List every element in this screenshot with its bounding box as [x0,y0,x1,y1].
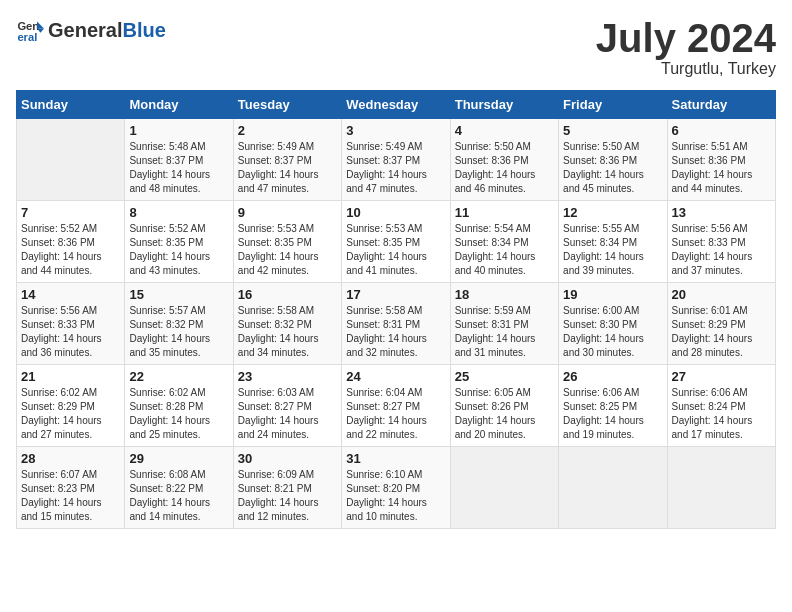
calendar-cell: 15Sunrise: 5:57 AM Sunset: 8:32 PM Dayli… [125,283,233,365]
calendar-table: SundayMondayTuesdayWednesdayThursdayFrid… [16,90,776,529]
day-info: Sunrise: 5:54 AM Sunset: 8:34 PM Dayligh… [455,222,554,278]
logo-blue: Blue [122,19,165,41]
calendar-week-5: 28Sunrise: 6:07 AM Sunset: 8:23 PM Dayli… [17,447,776,529]
day-number: 14 [21,287,120,302]
day-number: 5 [563,123,662,138]
day-info: Sunrise: 6:01 AM Sunset: 8:29 PM Dayligh… [672,304,771,360]
day-number: 22 [129,369,228,384]
calendar-cell: 4Sunrise: 5:50 AM Sunset: 8:36 PM Daylig… [450,119,558,201]
day-number: 16 [238,287,337,302]
day-info: Sunrise: 6:06 AM Sunset: 8:24 PM Dayligh… [672,386,771,442]
calendar-cell: 11Sunrise: 5:54 AM Sunset: 8:34 PM Dayli… [450,201,558,283]
calendar-cell: 23Sunrise: 6:03 AM Sunset: 8:27 PM Dayli… [233,365,341,447]
day-info: Sunrise: 6:04 AM Sunset: 8:27 PM Dayligh… [346,386,445,442]
calendar-cell [450,447,558,529]
day-info: Sunrise: 6:10 AM Sunset: 8:20 PM Dayligh… [346,468,445,524]
logo-text: GeneralBlue [48,19,166,42]
day-number: 23 [238,369,337,384]
column-header-thursday: Thursday [450,91,558,119]
day-info: Sunrise: 5:58 AM Sunset: 8:32 PM Dayligh… [238,304,337,360]
day-info: Sunrise: 6:02 AM Sunset: 8:28 PM Dayligh… [129,386,228,442]
day-info: Sunrise: 6:09 AM Sunset: 8:21 PM Dayligh… [238,468,337,524]
calendar-cell: 29Sunrise: 6:08 AM Sunset: 8:22 PM Dayli… [125,447,233,529]
calendar-cell: 31Sunrise: 6:10 AM Sunset: 8:20 PM Dayli… [342,447,450,529]
column-header-saturday: Saturday [667,91,775,119]
calendar-cell: 10Sunrise: 5:53 AM Sunset: 8:35 PM Dayli… [342,201,450,283]
calendar-cell: 7Sunrise: 5:52 AM Sunset: 8:36 PM Daylig… [17,201,125,283]
calendar-cell [17,119,125,201]
day-info: Sunrise: 6:02 AM Sunset: 8:29 PM Dayligh… [21,386,120,442]
day-info: Sunrise: 5:57 AM Sunset: 8:32 PM Dayligh… [129,304,228,360]
day-info: Sunrise: 5:55 AM Sunset: 8:34 PM Dayligh… [563,222,662,278]
day-info: Sunrise: 5:48 AM Sunset: 8:37 PM Dayligh… [129,140,228,196]
day-info: Sunrise: 5:53 AM Sunset: 8:35 PM Dayligh… [346,222,445,278]
day-info: Sunrise: 5:53 AM Sunset: 8:35 PM Dayligh… [238,222,337,278]
day-number: 31 [346,451,445,466]
day-info: Sunrise: 6:06 AM Sunset: 8:25 PM Dayligh… [563,386,662,442]
calendar-cell [667,447,775,529]
column-header-monday: Monday [125,91,233,119]
day-number: 20 [672,287,771,302]
day-number: 21 [21,369,120,384]
calendar-cell: 12Sunrise: 5:55 AM Sunset: 8:34 PM Dayli… [559,201,667,283]
day-info: Sunrise: 6:00 AM Sunset: 8:30 PM Dayligh… [563,304,662,360]
calendar-header-row: SundayMondayTuesdayWednesdayThursdayFrid… [17,91,776,119]
calendar-cell: 25Sunrise: 6:05 AM Sunset: 8:26 PM Dayli… [450,365,558,447]
calendar-cell: 24Sunrise: 6:04 AM Sunset: 8:27 PM Dayli… [342,365,450,447]
calendar-cell: 26Sunrise: 6:06 AM Sunset: 8:25 PM Dayli… [559,365,667,447]
day-info: Sunrise: 5:56 AM Sunset: 8:33 PM Dayligh… [21,304,120,360]
calendar-cell: 17Sunrise: 5:58 AM Sunset: 8:31 PM Dayli… [342,283,450,365]
day-info: Sunrise: 5:50 AM Sunset: 8:36 PM Dayligh… [563,140,662,196]
day-info: Sunrise: 6:03 AM Sunset: 8:27 PM Dayligh… [238,386,337,442]
calendar-cell: 3Sunrise: 5:49 AM Sunset: 8:37 PM Daylig… [342,119,450,201]
day-number: 12 [563,205,662,220]
column-header-friday: Friday [559,91,667,119]
calendar-cell: 22Sunrise: 6:02 AM Sunset: 8:28 PM Dayli… [125,365,233,447]
title-area: July 2024 Turgutlu, Turkey [596,16,776,78]
day-number: 7 [21,205,120,220]
calendar-cell: 9Sunrise: 5:53 AM Sunset: 8:35 PM Daylig… [233,201,341,283]
logo-general: General [48,19,122,41]
day-number: 19 [563,287,662,302]
day-info: Sunrise: 5:52 AM Sunset: 8:35 PM Dayligh… [129,222,228,278]
day-number: 8 [129,205,228,220]
day-number: 17 [346,287,445,302]
day-number: 15 [129,287,228,302]
day-info: Sunrise: 5:50 AM Sunset: 8:36 PM Dayligh… [455,140,554,196]
day-info: Sunrise: 5:58 AM Sunset: 8:31 PM Dayligh… [346,304,445,360]
day-info: Sunrise: 5:52 AM Sunset: 8:36 PM Dayligh… [21,222,120,278]
day-number: 25 [455,369,554,384]
calendar-cell: 27Sunrise: 6:06 AM Sunset: 8:24 PM Dayli… [667,365,775,447]
day-info: Sunrise: 6:08 AM Sunset: 8:22 PM Dayligh… [129,468,228,524]
column-header-tuesday: Tuesday [233,91,341,119]
calendar-cell: 20Sunrise: 6:01 AM Sunset: 8:29 PM Dayli… [667,283,775,365]
day-number: 29 [129,451,228,466]
calendar-cell: 16Sunrise: 5:58 AM Sunset: 8:32 PM Dayli… [233,283,341,365]
day-number: 1 [129,123,228,138]
calendar-cell: 14Sunrise: 5:56 AM Sunset: 8:33 PM Dayli… [17,283,125,365]
calendar-cell: 21Sunrise: 6:02 AM Sunset: 8:29 PM Dayli… [17,365,125,447]
day-info: Sunrise: 5:51 AM Sunset: 8:36 PM Dayligh… [672,140,771,196]
logo-icon: Gen eral [16,16,44,44]
day-info: Sunrise: 6:07 AM Sunset: 8:23 PM Dayligh… [21,468,120,524]
day-number: 30 [238,451,337,466]
day-number: 2 [238,123,337,138]
day-number: 24 [346,369,445,384]
day-number: 4 [455,123,554,138]
svg-text:eral: eral [17,31,37,43]
month-title: July 2024 [596,16,776,60]
calendar-cell: 30Sunrise: 6:09 AM Sunset: 8:21 PM Dayli… [233,447,341,529]
calendar-week-2: 7Sunrise: 5:52 AM Sunset: 8:36 PM Daylig… [17,201,776,283]
logo: Gen eral GeneralBlue [16,16,166,44]
calendar-cell [559,447,667,529]
day-number: 18 [455,287,554,302]
day-info: Sunrise: 5:56 AM Sunset: 8:33 PM Dayligh… [672,222,771,278]
calendar-cell: 28Sunrise: 6:07 AM Sunset: 8:23 PM Dayli… [17,447,125,529]
column-header-wednesday: Wednesday [342,91,450,119]
calendar-cell: 8Sunrise: 5:52 AM Sunset: 8:35 PM Daylig… [125,201,233,283]
day-info: Sunrise: 5:49 AM Sunset: 8:37 PM Dayligh… [238,140,337,196]
calendar-cell: 18Sunrise: 5:59 AM Sunset: 8:31 PM Dayli… [450,283,558,365]
column-header-sunday: Sunday [17,91,125,119]
calendar-week-4: 21Sunrise: 6:02 AM Sunset: 8:29 PM Dayli… [17,365,776,447]
day-info: Sunrise: 5:49 AM Sunset: 8:37 PM Dayligh… [346,140,445,196]
